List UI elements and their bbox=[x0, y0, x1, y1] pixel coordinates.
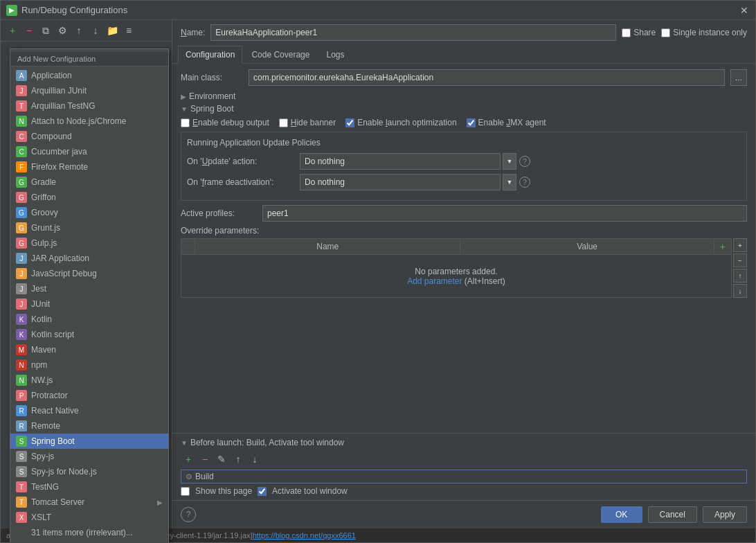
single-instance-label: Single instance only bbox=[673, 28, 747, 37]
config-item-label-spy-js-node: Spy-js for Node.js bbox=[31, 467, 97, 477]
status-link[interactable]: https://blog.csdn.net/qqxx6661 bbox=[253, 531, 356, 540]
name-input[interactable] bbox=[210, 24, 616, 41]
bl-add-button[interactable]: + bbox=[181, 452, 196, 467]
config-dropdown-item-spy-js[interactable]: SSpy-js bbox=[10, 449, 168, 464]
spring-boot-header[interactable]: ▼ Spring Boot bbox=[181, 104, 747, 114]
hide-banner-checkbox[interactable] bbox=[279, 118, 288, 127]
config-dropdown-item-grunt[interactable]: GGrunt.js bbox=[10, 220, 168, 235]
tab-logs[interactable]: Logs bbox=[318, 46, 352, 64]
config-item-icon-attach-node: N bbox=[16, 116, 27, 127]
copy-config-button[interactable]: ⧉ bbox=[38, 23, 53, 38]
param-down-button[interactable]: ↓ bbox=[733, 284, 747, 298]
remove-config-button[interactable]: − bbox=[21, 23, 37, 38]
config-item-icon-remote: R bbox=[16, 420, 27, 431]
config-dropdown-item-junit[interactable]: JJUnit bbox=[10, 296, 168, 312]
tab-configuration[interactable]: Configuration bbox=[178, 46, 242, 64]
browse-main-class-button[interactable]: … bbox=[730, 69, 747, 86]
on-update-arrow[interactable]: ▼ bbox=[503, 153, 516, 170]
config-item-label-compound: Compound bbox=[31, 132, 72, 141]
on-update-select[interactable]: Do nothing Update classes and resources … bbox=[300, 153, 501, 170]
spring-boot-toggle-icon: ▼ bbox=[181, 105, 188, 113]
add-config-button[interactable]: + bbox=[5, 23, 20, 38]
config-item-icon-xslt: X bbox=[16, 512, 27, 523]
config-item-label-gulp: Gulp.js bbox=[31, 238, 57, 248]
activate-window-checkbox[interactable] bbox=[258, 487, 267, 496]
title-text: Run/Debug Configurations bbox=[21, 5, 739, 15]
param-remove-button[interactable]: − bbox=[733, 253, 747, 267]
on-frame-help-icon[interactable]: ? bbox=[519, 177, 530, 188]
config-dropdown-item-kotlin-script[interactable]: KKotlin script bbox=[10, 327, 168, 342]
config-dropdown-item-attach-node[interactable]: NAttach to Node.js/Chrome bbox=[10, 114, 168, 129]
move-down-button[interactable]: ↓ bbox=[88, 23, 103, 38]
col-add[interactable]: + bbox=[714, 239, 731, 255]
config-dropdown-item-npm[interactable]: Nnpm bbox=[10, 357, 168, 373]
launch-opt-item: Enable launch optimization bbox=[345, 118, 456, 127]
share-checkbox[interactable] bbox=[622, 28, 631, 37]
bl-down-button[interactable]: ↓ bbox=[247, 452, 262, 467]
config-dropdown-item-gulp[interactable]: GGulp.js bbox=[10, 235, 168, 251]
profiles-input[interactable] bbox=[262, 205, 747, 222]
config-dropdown-item-jar[interactable]: JJAR Application bbox=[10, 251, 168, 266]
apply-button[interactable]: Apply bbox=[703, 506, 747, 523]
config-dropdown-item-arquillian-testng[interactable]: TArquillian TestNG bbox=[10, 98, 168, 114]
config-dropdown-item-testng[interactable]: TTestNG bbox=[10, 479, 168, 495]
environment-section-header[interactable]: ▶ Environment bbox=[181, 91, 747, 101]
folder-button[interactable]: 📁 bbox=[105, 23, 120, 38]
jmx-agent-checkbox[interactable] bbox=[467, 118, 476, 127]
config-dropdown-item-maven[interactable]: MMaven bbox=[10, 342, 168, 357]
show-page-checkbox[interactable] bbox=[181, 487, 190, 496]
close-button[interactable]: ✕ bbox=[739, 5, 750, 16]
main-class-input[interactable] bbox=[249, 69, 725, 86]
settings-button[interactable]: ⚙ bbox=[55, 23, 70, 38]
add-param-link[interactable]: Add parameter bbox=[407, 276, 462, 286]
config-dropdown-item-cucumber[interactable]: CCucumber java bbox=[10, 144, 168, 159]
ok-button[interactable]: OK bbox=[601, 506, 642, 523]
on-update-help-icon[interactable]: ? bbox=[519, 156, 530, 167]
launch-opt-checkbox[interactable] bbox=[345, 118, 354, 127]
on-frame-arrow[interactable]: ▼ bbox=[503, 174, 516, 190]
config-dropdown-item-application[interactable]: AApplication bbox=[10, 68, 168, 83]
config-dropdown-item-griffon[interactable]: GGriffon bbox=[10, 190, 168, 205]
config-dropdown-item-spring-boot[interactable]: SSpring Boot bbox=[10, 434, 168, 449]
bl-edit-button[interactable]: ✎ bbox=[214, 452, 229, 467]
config-item-icon-spy-js: S bbox=[16, 451, 27, 462]
bl-remove-button[interactable]: − bbox=[197, 452, 213, 467]
cancel-button[interactable]: Cancel bbox=[648, 506, 697, 523]
move-up-button[interactable]: ↑ bbox=[71, 23, 87, 38]
config-dropdown-item-more[interactable]: 31 items more (irrelevant)... bbox=[10, 525, 168, 528]
single-instance-checkbox[interactable] bbox=[661, 28, 670, 37]
help-button[interactable]: ? bbox=[181, 507, 196, 522]
debug-output-checkbox[interactable] bbox=[181, 118, 190, 127]
config-dropdown-item-remote[interactable]: RRemote bbox=[10, 418, 168, 434]
config-item-icon-gulp: G bbox=[16, 238, 27, 249]
config-item-icon-cucumber: C bbox=[16, 146, 27, 157]
config-dropdown-item-kotlin[interactable]: KKotlin bbox=[10, 312, 168, 327]
config-dropdown-item-arquillian-junit[interactable]: JArquillian JUnit bbox=[10, 83, 168, 98]
main-content: + − ⧉ ⚙ ↑ ↓ 📁 ≡ Add New Configuration AA… bbox=[1, 20, 755, 528]
config-dropdown-item-gradle[interactable]: GGradle bbox=[10, 175, 168, 190]
config-dropdown-item-groovy[interactable]: GGroovy bbox=[10, 205, 168, 220]
config-dropdown-item-protractor[interactable]: PProtractor bbox=[10, 388, 168, 403]
config-item-label-kotlin-script: Kotlin script bbox=[31, 330, 74, 339]
bl-up-button[interactable]: ↑ bbox=[231, 452, 246, 467]
on-frame-select[interactable]: Do nothing Update classes and resources … bbox=[300, 174, 501, 190]
before-launch-section: ▼ Before launch: Build, Activate tool wi… bbox=[172, 433, 755, 500]
config-dropdown-item-xslt[interactable]: XXSLT bbox=[10, 510, 168, 525]
add-config-header: Add New Configuration bbox=[10, 52, 168, 66]
config-dropdown-item-js-debug[interactable]: JJavaScript Debug bbox=[10, 266, 168, 281]
show-page-label: Show this page bbox=[195, 486, 252, 496]
config-dropdown-item-react-native[interactable]: RReact Native bbox=[10, 403, 168, 418]
param-up-button[interactable]: ↑ bbox=[733, 269, 747, 283]
config-item-label-react-native: React Native bbox=[31, 406, 79, 416]
config-dropdown-item-jest[interactable]: JJest bbox=[10, 281, 168, 296]
config-dropdown-item-firefox[interactable]: FFirefox Remote bbox=[10, 159, 168, 175]
config-dropdown-item-compound[interactable]: CCompound bbox=[10, 129, 168, 144]
config-item-label-xslt: XSLT bbox=[31, 513, 51, 522]
tab-code-coverage[interactable]: Code Coverage bbox=[244, 46, 317, 64]
config-dropdown-item-spy-js-node[interactable]: SSpy-js for Node.js bbox=[10, 464, 168, 479]
config-dropdown-item-nwjs[interactable]: NNW.js bbox=[10, 373, 168, 388]
config-dropdown-item-tomcat[interactable]: TTomcat Server▶ bbox=[10, 495, 168, 510]
param-add-button[interactable]: + bbox=[733, 238, 747, 252]
sort-button[interactable]: ≡ bbox=[121, 23, 136, 38]
build-label: Build bbox=[195, 472, 214, 481]
